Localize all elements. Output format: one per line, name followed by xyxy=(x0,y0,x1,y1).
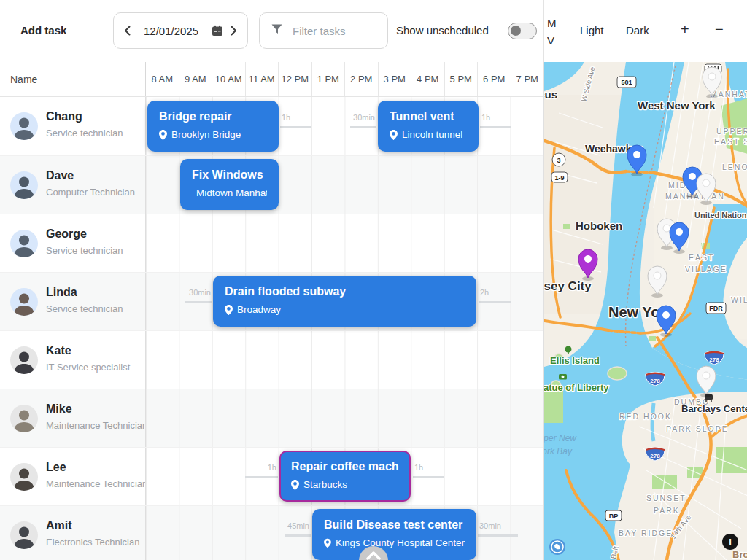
date-picker[interactable]: 12/01/2025 xyxy=(113,12,248,49)
show-unscheduled-toggle[interactable] xyxy=(508,23,537,39)
resource-role: IT Service specialist xyxy=(46,362,130,373)
event-title: Drain flooded subway xyxy=(225,285,465,298)
time-tick: 10 AM xyxy=(212,62,245,96)
svg-text:Jersey City: Jersey City xyxy=(544,279,592,293)
resource-name: George xyxy=(46,228,87,241)
zoom-in-button[interactable]: + xyxy=(681,21,689,38)
svg-text:York Bay: York Bay xyxy=(544,446,573,456)
show-unscheduled-label: Show unscheduled xyxy=(396,24,489,36)
resource-row-lee[interactable]: Lee Maintenance Technician xyxy=(0,447,543,505)
route-3-shield: 3 xyxy=(552,153,565,166)
svg-text:WILLIAMSBURG: WILLIAMSBURG xyxy=(731,295,747,304)
resource-role: Computer Technician xyxy=(46,187,135,198)
resource-role: Maintenance Technician xyxy=(46,420,146,431)
avatar xyxy=(10,288,38,316)
svg-text:Ellis Island: Ellis Island xyxy=(550,355,600,366)
svg-text:Brooklyn: Brooklyn xyxy=(732,549,747,560)
svg-text:501: 501 xyxy=(621,79,632,86)
time-tick: 12 PM xyxy=(278,62,311,96)
svg-text:3: 3 xyxy=(557,157,560,164)
route-1-9-shield: 1-9 xyxy=(551,172,568,182)
timeline-lane[interactable] xyxy=(146,214,543,272)
event-title: Build Disease test center xyxy=(324,518,465,532)
time-tick: 8 AM xyxy=(146,62,179,96)
resource-name: Lee xyxy=(46,461,66,474)
route-501-shield: 501 xyxy=(617,77,636,88)
event-location: Kings County Hospital Center xyxy=(336,537,465,548)
svg-text:Hoboken: Hoboken xyxy=(576,219,622,232)
chevron-right-icon[interactable] xyxy=(231,26,237,36)
event-location: Starbucks xyxy=(303,479,347,490)
filter-field[interactable] xyxy=(259,12,388,49)
event-drain-flooded-subway[interactable]: Drain flooded subway Broadway xyxy=(213,276,476,327)
resource-role: Service technician xyxy=(46,245,123,256)
map-canvas[interactable]: Secaucus W Side Ave West New York Weehaw… xyxy=(544,62,747,560)
timeline-lane[interactable] xyxy=(146,331,543,389)
zoom-out-button[interactable]: − xyxy=(715,21,724,38)
time-tick: 4 PM xyxy=(411,62,444,96)
svg-text:278: 278 xyxy=(650,378,660,384)
event-repair-coffee-machine[interactable]: Repair coffee machine Starbucks xyxy=(279,451,411,502)
event-build-disease-test-center[interactable]: Build Disease test center Kings County H… xyxy=(312,509,476,560)
event-location: Broadway xyxy=(237,304,281,315)
event-fix-windows[interactable]: Fix Windows Midtown Manhattan xyxy=(180,159,279,210)
toolbar: Add task 12/01/2025 Show unscheduled M xyxy=(0,0,747,62)
map-attribution-info-icon[interactable]: i xyxy=(722,534,738,550)
calendar-icon[interactable] xyxy=(212,25,223,36)
resource-role: Service technician xyxy=(46,128,123,139)
svg-text:278: 278 xyxy=(709,357,719,363)
mapbox-logo[interactable] xyxy=(549,539,565,555)
svg-text:PARK SLOPE: PARK SLOPE xyxy=(666,424,729,433)
toolbar-divider xyxy=(543,0,544,62)
add-task-button[interactable]: Add task xyxy=(20,24,66,36)
app: Add task 12/01/2025 Show unscheduled M xyxy=(0,0,747,560)
map-panel[interactable]: Secaucus W Side Ave West New York Weehaw… xyxy=(543,62,747,560)
event-location: Lincoln tunnel xyxy=(402,129,462,140)
event-title: Repair coffee machine xyxy=(291,460,399,473)
toggle-knob xyxy=(511,26,521,36)
avatar xyxy=(10,405,38,432)
resource-name: Mike xyxy=(46,402,72,416)
resource-row-mike[interactable]: Mike Maintenance Technician xyxy=(0,389,543,447)
event-tunnel-vent[interactable]: Tunnel vent Lincoln tunnel xyxy=(378,101,479,152)
timeline-lane[interactable] xyxy=(146,389,543,447)
location-pin-icon xyxy=(291,480,299,490)
resource-name: Kate xyxy=(46,344,71,357)
avatar xyxy=(10,171,38,199)
filter-input[interactable] xyxy=(291,24,374,38)
time-tick: 3 PM xyxy=(378,62,411,96)
avatar xyxy=(10,463,38,491)
theme-dark-button[interactable]: Dark xyxy=(626,24,649,36)
svg-text:Statue of Liberty: Statue of Liberty xyxy=(544,382,609,393)
name-column-header: Name xyxy=(0,62,146,96)
time-tick: 9 AM xyxy=(179,62,212,96)
time-tick: 2 PM xyxy=(344,62,378,96)
date-field[interactable]: 12/01/2025 xyxy=(138,25,204,37)
theme-light-button[interactable]: Light xyxy=(580,24,604,36)
bp-shield: BP xyxy=(605,510,622,521)
event-bridge-repair[interactable]: Bridge repair Brooklyn Bridge xyxy=(147,101,279,152)
chevron-left-icon[interactable] xyxy=(124,26,131,36)
location-pin-icon xyxy=(225,305,233,315)
svg-text:United Nations: United Nations xyxy=(694,211,747,219)
scheduler-panel: Name 8 AM 9 AM 10 AM 11 AM 12 PM 1 PM 2 … xyxy=(0,62,543,560)
event-title: Tunnel vent xyxy=(390,110,467,123)
scheduler-body: Chang Service technician Dave Computer T… xyxy=(0,97,543,560)
avatar xyxy=(10,230,38,257)
svg-text:West New York: West New York xyxy=(638,99,716,112)
time-tick: 6 PM xyxy=(477,62,511,96)
time-tick: 7 PM xyxy=(511,62,544,96)
location-pin-icon xyxy=(159,130,167,140)
resource-row-kate[interactable]: Kate IT Service specialist xyxy=(0,330,543,389)
svg-text:FDR: FDR xyxy=(709,305,723,312)
time-tick: 1 PM xyxy=(311,62,345,96)
time-axis: 8 AM 9 AM 10 AM 11 AM 12 PM 1 PM 2 PM 3 … xyxy=(146,62,543,96)
svg-text:BAY RIDGE: BAY RIDGE xyxy=(619,529,673,537)
scheduler-header: Name 8 AM 9 AM 10 AM 11 AM 12 PM 1 PM 2 … xyxy=(0,62,543,97)
resource-name: Dave xyxy=(46,169,74,182)
resource-role: Service technician xyxy=(46,303,123,314)
resource-row-george[interactable]: George Service technician xyxy=(0,214,543,272)
map-view-button-clipped[interactable]: M V xyxy=(547,15,557,50)
avatar xyxy=(10,521,38,549)
resource-role: Electronics Technician xyxy=(46,537,139,548)
